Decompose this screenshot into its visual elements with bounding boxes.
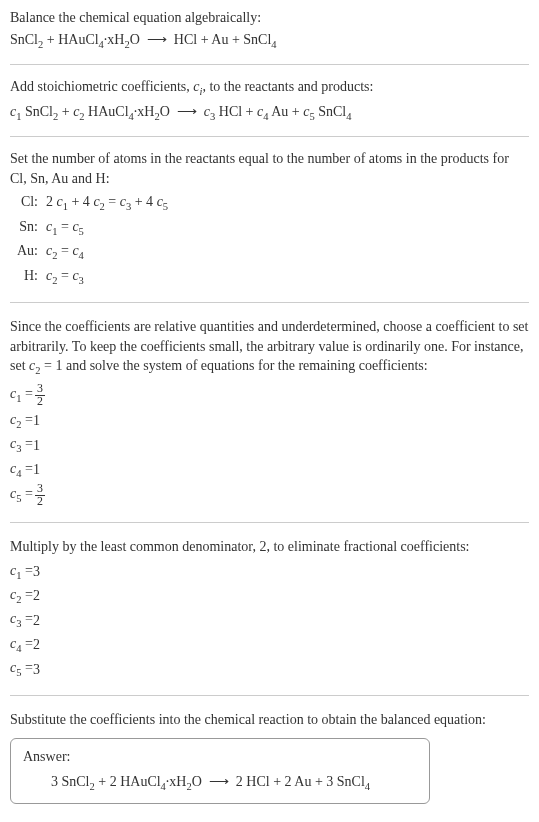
coefficient-value: 3 xyxy=(33,660,40,680)
intro-text-3: Set the number of atoms in the reactants… xyxy=(10,149,529,188)
intro-text-5: Multiply by the least common denominator… xyxy=(10,537,529,557)
coefficient-lhs: c2 = xyxy=(10,585,33,607)
equation-with-coefficients: c1 SnCl2 + c2 HAuCl4·xH2O ⟶ c3 HCl + c4 … xyxy=(10,102,529,124)
coefficient-lhs: c1 = xyxy=(10,384,33,406)
coefficient-row: c1 = 3 xyxy=(10,561,529,583)
atom-equation: 2 c1 + 4 c2 = c3 + 4 c5 xyxy=(46,192,168,214)
coefficient-value: 1 xyxy=(33,436,40,456)
intro-text-1: Balance the chemical equation algebraica… xyxy=(10,8,529,28)
coefficient-lhs: c1 = xyxy=(10,561,33,583)
coefficient-row: c2 = 2 xyxy=(10,585,529,607)
fraction: 32 xyxy=(35,483,45,508)
section-balance-intro: Balance the chemical equation algebraica… xyxy=(10,8,529,65)
atom-equation: c2 = c4 xyxy=(46,241,84,263)
atom-equation-row: Sn:c1 = c5 xyxy=(14,217,529,239)
fraction-denominator: 2 xyxy=(35,396,45,408)
answer-label: Answer: xyxy=(23,747,417,767)
atom-label: Cl: xyxy=(14,192,46,212)
coefficient-row: c3 = 1 xyxy=(10,434,529,456)
equation-unbalanced: SnCl2 + HAuCl4·xH2O ⟶ HCl + Au + SnCl4 xyxy=(10,30,529,52)
section-add-coefficients: Add stoichiometric coefficients, ci, to … xyxy=(10,77,529,137)
coefficient-list-fractional: c1 = 32c2 = 1c3 = 1c4 = 1c5 = 32 xyxy=(10,383,529,508)
coefficient-value: 1 xyxy=(33,411,40,431)
coefficient-lhs: c3 = xyxy=(10,434,33,456)
coefficient-row: c2 = 1 xyxy=(10,410,529,432)
atom-equation-row: Au:c2 = c4 xyxy=(14,241,529,263)
coefficient-value: 2 xyxy=(33,611,40,631)
answer-box: Answer: 3 SnCl2 + 2 HAuCl4·xH2O ⟶ 2 HCl … xyxy=(10,738,430,804)
atom-label: H: xyxy=(14,266,46,286)
intro-text-2: Add stoichiometric coefficients, ci, to … xyxy=(10,77,529,99)
coefficient-value: 1 xyxy=(33,460,40,480)
section-multiply-lcm: Multiply by the least common denominator… xyxy=(10,537,529,696)
coefficient-value: 2 xyxy=(33,635,40,655)
fraction: 32 xyxy=(35,383,45,408)
fraction-denominator: 2 xyxy=(35,496,45,508)
coefficient-row: c4 = 2 xyxy=(10,634,529,656)
coefficient-row: c1 = 32 xyxy=(10,383,529,408)
answer-equation: 3 SnCl2 + 2 HAuCl4·xH2O ⟶ 2 HCl + 2 Au +… xyxy=(23,772,417,794)
coefficient-lhs: c3 = xyxy=(10,609,33,631)
section-answer: Substitute the coefficients into the che… xyxy=(10,710,529,804)
atom-equation-row: H:c2 = c3 xyxy=(14,266,529,288)
atom-equation-row: Cl:2 c1 + 4 c2 = c3 + 4 c5 xyxy=(14,192,529,214)
coefficient-row: c5 = 32 xyxy=(10,483,529,508)
intro-text-6: Substitute the coefficients into the che… xyxy=(10,710,529,730)
coefficient-value: 2 xyxy=(33,586,40,606)
coefficient-row: c3 = 2 xyxy=(10,609,529,631)
section-solve-fractional: Since the coefficients are relative quan… xyxy=(10,317,529,523)
coefficient-row: c5 = 3 xyxy=(10,658,529,680)
atom-equation-table: Cl:2 c1 + 4 c2 = c3 + 4 c5Sn:c1 = c5Au:c… xyxy=(14,192,529,288)
atom-label: Sn: xyxy=(14,217,46,237)
atom-label: Au: xyxy=(14,241,46,261)
coefficient-row: c4 = 1 xyxy=(10,459,529,481)
section-atom-equations: Set the number of atoms in the reactants… xyxy=(10,149,529,303)
intro-text-4: Since the coefficients are relative quan… xyxy=(10,317,529,379)
atom-equation: c1 = c5 xyxy=(46,217,84,239)
coefficient-lhs: c4 = xyxy=(10,634,33,656)
coefficient-list-integer: c1 = 3c2 = 2c3 = 2c4 = 2c5 = 3 xyxy=(10,561,529,681)
atom-equation: c2 = c3 xyxy=(46,266,84,288)
coefficient-lhs: c2 = xyxy=(10,410,33,432)
coefficient-lhs: c5 = xyxy=(10,658,33,680)
coefficient-lhs: c4 = xyxy=(10,459,33,481)
coefficient-value: 3 xyxy=(33,562,40,582)
coefficient-lhs: c5 = xyxy=(10,484,33,506)
